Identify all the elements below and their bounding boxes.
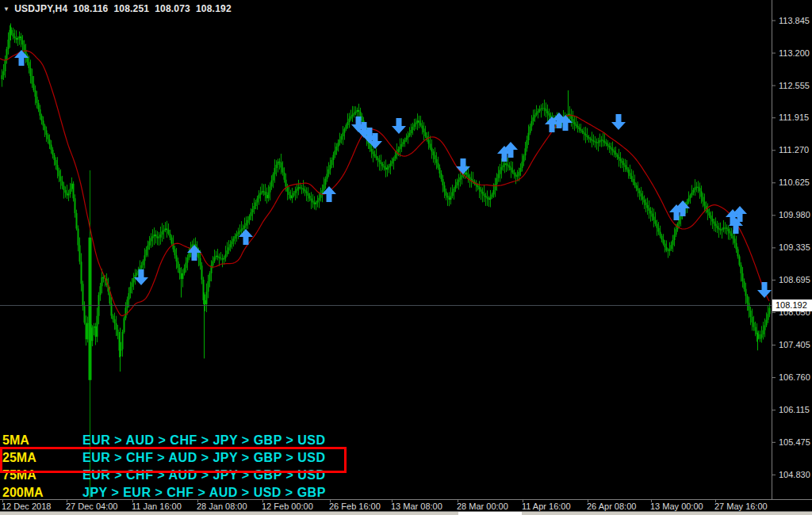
ma-period-label: 200MA [2,486,44,500]
candle-bodies [2,30,770,351]
signal-arrow-down-icon [392,118,406,134]
price-axis-label: 109.335 [779,242,810,252]
plot-area[interactable] [0,23,772,498]
ohlc-high: 108.251 [113,3,149,14]
time-axis-label: 28 Mar 00:00 [457,502,508,511]
price-axis-label: 106.760 [779,372,810,382]
ohlc-open: 108.116 [73,3,108,14]
signal-arrow-down-icon [757,282,772,298]
price-axis-label: 106.115 [779,405,810,414]
candle-wicks [2,25,770,357]
signal-arrow-down-icon [611,114,626,130]
price-axis-label: 110.625 [779,177,810,187]
highlight-box [0,447,347,473]
time-axis-label: 13 May 00:00 [650,502,703,511]
price-axis-label: 111.270 [779,145,809,154]
price-axis-label: 113.845 [779,16,810,25]
currency-order-value: EUR > AUD > CHF > JPY > GBP > USD [82,433,326,448]
price-axis-label: 107.405 [779,340,810,349]
ma-period-label: 5MA [2,433,29,448]
time-axis-label: 12 Feb 00:00 [262,502,313,511]
price-axis-label: 112.555 [779,81,810,90]
price-axis-label: 108.695 [779,275,810,284]
time-axis-label: 27 May 16:00 [714,502,768,511]
ma-line [0,51,769,316]
time-axis-label: 12 Dec 2018 [2,502,51,511]
time-axis-label: 13 Mar 08:00 [391,502,442,511]
time-axis-label: 26 Feb 16:00 [329,502,381,511]
currency-order-value: JPY > EUR > CHF > AUD > USD > GBP [82,486,326,500]
price-axis-label: 109.980 [779,210,810,219]
price-axis-label: 104.830 [779,470,810,479]
time-axis-label: 27 Dec 04:00 [66,502,117,511]
signal-arrow-up-icon [239,229,253,245]
time-axis-label: 11 Apr 16:00 [522,502,571,511]
horizontal-scrollbar[interactable] [0,511,812,515]
mt4-chart-window: ▼USDJPY,H4108.116108.251108.073108.192 1… [0,0,812,515]
symbol-label: USDJPY,H4 [14,3,67,14]
price-axis[interactable]: 113.845113.200112.555111.915111.270110.6… [772,0,812,499]
chart-header: ▼USDJPY,H4108.116108.251108.073108.192 [3,3,232,14]
price-axis-label: 113.200 [779,48,810,58]
ohlc-close: 108.192 [196,3,232,14]
current-price-badge: 108.192 [772,299,812,311]
time-axis-label: 26 Apr 08:00 [587,502,636,511]
time-axis-label: 11 Jan 16:00 [132,502,182,511]
time-axis-label: 28 Jan 08:00 [197,502,247,511]
ohlc-low: 108.073 [155,3,190,14]
signal-arrow-down-icon [134,269,148,285]
scrollbar-thumb[interactable] [458,512,522,515]
price-axis-label: 111.915 [779,113,809,122]
ma-strength-row: 200MAJPY > EUR > CHF > AUD > USD > GBP [0,485,349,502]
symbol-dropdown-icon[interactable]: ▼ [3,6,10,13]
price-axis-label: 105.475 [779,437,810,447]
